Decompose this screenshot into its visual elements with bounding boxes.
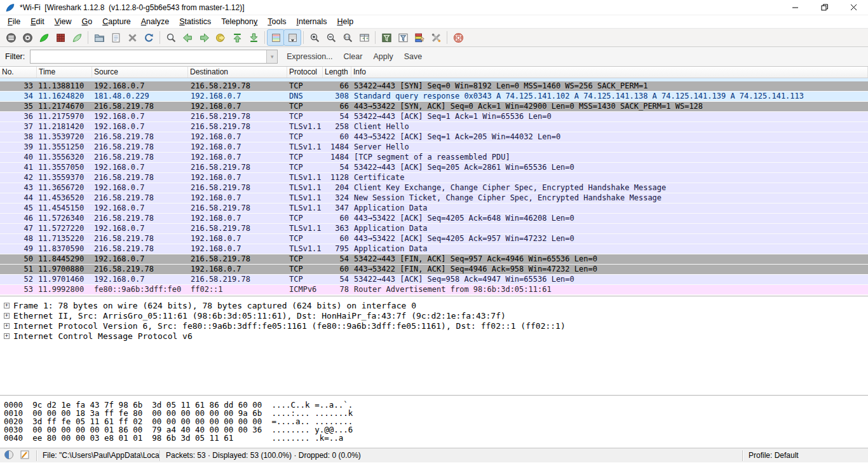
hex-line-0040[interactable]: 0040 ee 80 00 00 03 e8 01 01 98 6b 3d 05… bbox=[4, 434, 868, 442]
menu-go[interactable]: Go bbox=[77, 16, 98, 27]
cell-time: 11.9992800 bbox=[37, 285, 92, 294]
column-header-time[interactable]: Time bbox=[37, 67, 92, 78]
cell-len: 1128 bbox=[323, 173, 351, 183]
list-interfaces-button[interactable] bbox=[3, 30, 19, 45]
packet-row-49[interactable]: 4911.8370590216.58.219.78192.168.0.7TLSv… bbox=[0, 244, 868, 254]
packet-row-35[interactable]: 3511.2174670216.58.219.78192.168.0.7TCP6… bbox=[0, 102, 868, 112]
packet-row-53[interactable]: 5311.9992800fe80::9a6b:3dff:fe0ff02::1IC… bbox=[0, 285, 868, 295]
menu-help[interactable]: Help bbox=[332, 16, 358, 27]
apply-button[interactable]: Apply bbox=[373, 52, 393, 61]
cell-time: 11.5727220 bbox=[37, 224, 92, 233]
menu-capture[interactable]: Capture bbox=[97, 16, 135, 27]
column-header-no[interactable]: No. bbox=[0, 67, 37, 78]
close-file-button[interactable] bbox=[124, 30, 140, 45]
toolbar-separator bbox=[264, 31, 265, 44]
preferences-button[interactable] bbox=[428, 30, 444, 45]
packet-row-48[interactable]: 4811.7135220216.58.219.78192.168.0.7TCP6… bbox=[0, 234, 868, 244]
packet-row-39[interactable]: 3911.3551250216.58.219.78192.168.0.7TLSv… bbox=[0, 142, 868, 153]
menu-file[interactable]: File bbox=[3, 16, 25, 27]
filter-dropdown-arrow[interactable]: ▾ bbox=[266, 50, 277, 63]
menu-edit[interactable]: Edit bbox=[25, 16, 50, 27]
packet-row-47[interactable]: 4711.5727220192.168.0.7216.58.219.78TLSv… bbox=[0, 224, 868, 234]
column-header-protocol[interactable]: Protocol bbox=[287, 67, 323, 78]
detail-line-4[interactable]: +Internet Control Message Protocol v6 bbox=[3, 331, 868, 341]
detail-line-2[interactable]: +Ethernet II, Src: ArrisGro_05:11:61 (98… bbox=[3, 310, 868, 321]
packet-row-50[interactable]: 5011.8445290192.168.0.7216.58.219.78TCP5… bbox=[0, 254, 868, 265]
colorize-packets-button[interactable] bbox=[268, 30, 284, 45]
menu-internals[interactable]: Internals bbox=[291, 16, 332, 27]
go-to-packet-button[interactable] bbox=[212, 30, 229, 45]
go-forward-button[interactable] bbox=[196, 30, 212, 45]
go-to-bottom-button[interactable] bbox=[245, 30, 262, 45]
menu-view[interactable]: View bbox=[50, 16, 77, 27]
stop-capture-button[interactable] bbox=[52, 30, 69, 45]
cell-dst: 192.168.0.7 bbox=[188, 142, 287, 152]
column-header-length[interactable]: Length bbox=[323, 67, 351, 78]
capture-comment-icon[interactable] bbox=[20, 450, 30, 462]
column-header-destination[interactable]: Destination bbox=[188, 67, 287, 78]
expert-info-icon[interactable] bbox=[4, 450, 14, 462]
packet-row-41[interactable]: 4111.3557050192.168.0.7216.58.219.78TCP5… bbox=[0, 163, 868, 173]
open-file-button[interactable] bbox=[91, 30, 107, 45]
go-to-bottom-icon bbox=[248, 32, 259, 43]
toolbar-separator bbox=[159, 31, 160, 44]
packet-row-43[interactable]: 4311.3656720192.168.0.7216.58.219.78TLSv… bbox=[0, 183, 868, 193]
minimize-button[interactable] bbox=[780, 0, 810, 15]
coloring-rules-button[interactable] bbox=[411, 30, 428, 45]
zoom-out-button[interactable] bbox=[323, 30, 339, 45]
expand-icon[interactable]: + bbox=[4, 323, 10, 329]
capture-filters-button[interactable] bbox=[378, 30, 395, 45]
capture-options-button[interactable] bbox=[19, 30, 36, 45]
cell-len: 363 bbox=[323, 224, 351, 233]
status-profile[interactable]: Profile: Default bbox=[743, 451, 868, 460]
packet-row-38[interactable]: 3811.3539720216.58.219.78192.168.0.7TCP6… bbox=[0, 132, 868, 142]
packet-row-45[interactable]: 4511.4545150192.168.0.7216.58.219.78TLSv… bbox=[0, 204, 868, 214]
find-packet-button[interactable] bbox=[163, 30, 179, 45]
packet-row-42[interactable]: 4211.3559370216.58.219.78192.168.0.7TLSv… bbox=[0, 173, 868, 183]
packet-row-40[interactable]: 4011.3556320216.58.219.78192.168.0.7TCP1… bbox=[0, 153, 868, 163]
cell-no: 39 bbox=[0, 142, 37, 152]
go-back-button[interactable] bbox=[179, 30, 196, 45]
expand-icon[interactable]: + bbox=[4, 303, 10, 308]
expand-icon[interactable]: + bbox=[4, 313, 10, 319]
help-contents-button[interactable] bbox=[450, 30, 466, 45]
packet-row-37[interactable]: 3711.2181420192.168.0.7216.58.219.78TLSv… bbox=[0, 122, 868, 132]
save-button[interactable]: Save bbox=[404, 52, 423, 61]
restore-button[interactable] bbox=[810, 0, 839, 15]
start-capture-button[interactable] bbox=[36, 30, 52, 45]
auto-scroll-button[interactable] bbox=[284, 30, 301, 45]
resize-columns-icon: ++ bbox=[359, 32, 370, 43]
packet-row-51[interactable]: 5111.9700880216.58.219.78192.168.0.7TCP6… bbox=[0, 265, 868, 275]
restart-capture-button[interactable] bbox=[69, 30, 85, 45]
packet-row-44[interactable]: 4411.4536520216.58.219.78192.168.0.7TLSv… bbox=[0, 193, 868, 204]
save-file-button[interactable] bbox=[107, 30, 124, 45]
close-button[interactable] bbox=[839, 0, 868, 15]
cell-len: 78 bbox=[323, 285, 351, 294]
cell-no: 53 bbox=[0, 285, 37, 294]
menu-tools[interactable]: Tools bbox=[262, 16, 291, 27]
expression-button[interactable]: Expression... bbox=[287, 52, 332, 61]
filter-input[interactable] bbox=[31, 50, 266, 63]
expand-icon[interactable]: + bbox=[4, 333, 10, 339]
zoom-in-button[interactable] bbox=[306, 30, 323, 45]
menu-statistics[interactable]: Statistics bbox=[174, 16, 216, 27]
menu-analyze[interactable]: Analyze bbox=[136, 16, 174, 27]
column-header-source[interactable]: Source bbox=[92, 67, 188, 78]
resize-columns-button[interactable]: ++ bbox=[356, 30, 372, 45]
zoom-original-button[interactable]: 1:1 bbox=[339, 30, 356, 45]
cell-no: 43 bbox=[0, 183, 37, 193]
column-header-info[interactable]: Info bbox=[351, 67, 868, 78]
packet-row-33[interactable]: 3311.1388110192.168.0.7216.58.219.78TCP6… bbox=[0, 81, 868, 92]
go-to-top-button[interactable] bbox=[229, 30, 245, 45]
packet-row-34[interactable]: 3411.1624820181.48.0.229192.168.0.7DNS30… bbox=[0, 92, 868, 102]
clear-button[interactable]: Clear bbox=[344, 52, 363, 61]
cell-time: 11.4545150 bbox=[37, 204, 92, 213]
detail-line-1[interactable]: +Frame 1: 78 bytes on wire (624 bits), 7… bbox=[3, 300, 868, 310]
detail-line-3[interactable]: +Internet Protocol Version 6, Src: fe80:… bbox=[3, 321, 868, 331]
display-filters-button[interactable] bbox=[395, 30, 411, 45]
packet-row-46[interactable]: 4611.5726340216.58.219.78192.168.0.7TCP6… bbox=[0, 214, 868, 224]
packet-row-36[interactable]: 3611.2175970192.168.0.7216.58.219.78TCP5… bbox=[0, 112, 868, 122]
menu-telephony[interactable]: Telephony bbox=[216, 16, 262, 27]
packet-row-52[interactable]: 5211.9701460192.168.0.7216.58.219.78TCP5… bbox=[0, 275, 868, 285]
reload-file-button[interactable] bbox=[140, 30, 157, 45]
